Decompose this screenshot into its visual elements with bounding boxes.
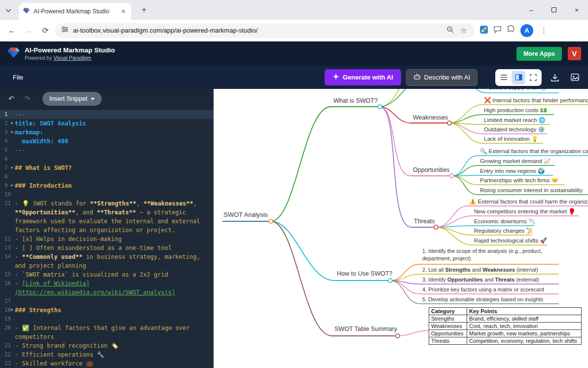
editor-lines[interactable]: 1---2title: SWOT Analysis3markmap:4 maxW…	[0, 109, 214, 368]
mindmap-node-label[interactable]: What is SWOT?	[333, 97, 378, 105]
code-text[interactable]: ### Strengths	[15, 306, 214, 315]
window-minimize-button[interactable]: –	[520, 0, 543, 20]
code-line[interactable]: 5---	[0, 146, 214, 155]
code-text[interactable]: ## What is SWOT?	[15, 164, 214, 172]
mindmap-node-label[interactable]: Opportunities	[413, 166, 449, 174]
zoom-indicator-icon[interactable]	[446, 26, 454, 36]
mindmap-node-label[interactable]: ⚠️ External factors that could harm the …	[469, 198, 588, 205]
code-text[interactable]: - 💡 SWOT stands for **Strengths**, **Wea…	[15, 199, 214, 235]
code-text[interactable]: - `SWOT matrix` is visualized as a 2x2 g…	[15, 270, 214, 279]
code-line[interactable]: 19	[0, 315, 214, 324]
code-line[interactable]: 6	[0, 155, 214, 164]
node-toggle-circle[interactable]	[434, 225, 438, 229]
code-line[interactable]: 18### Strengths	[0, 306, 214, 315]
mindmap-node-label[interactable]: How to Use SWOT?	[337, 270, 393, 278]
profile-avatar[interactable]: A	[520, 24, 533, 37]
node-toggle-circle[interactable]	[396, 334, 400, 338]
mindmap-node-label[interactable]: 🔍 External factors that the organization…	[480, 148, 588, 155]
insert-snippet-button[interactable]: Insert Snippet	[42, 92, 102, 106]
code-text[interactable]: maxWidth: 400	[15, 137, 214, 146]
code-text[interactable]: ### Introduction	[15, 181, 214, 190]
browser-menu-icon[interactable]: ⋮	[538, 26, 550, 35]
mindmap-node-label[interactable]: Limited market reach 🌐	[484, 117, 546, 124]
code-line[interactable]: 13- [ ] Often misunderstood as a one-tim…	[0, 244, 214, 252]
code-text[interactable]: ---	[15, 146, 214, 155]
mindmap-node-label[interactable]: Weaknesses	[413, 114, 448, 122]
mindmap-node-label[interactable]: Outdated technology ⚙️	[484, 126, 545, 133]
code-text[interactable]: - Strong brand recognition 🏷️	[15, 341, 214, 350]
code-line[interactable]: 14- **Commonly used** in business strate…	[0, 252, 214, 270]
code-line[interactable]: 7## What is SWOT?	[0, 164, 214, 172]
code-line[interactable]: 11- 💡 SWOT stands for **Strengths**, **W…	[0, 199, 214, 235]
code-text[interactable]	[15, 190, 214, 199]
code-line[interactable]: 10	[0, 190, 214, 199]
file-menu-button[interactable]: File	[7, 70, 29, 85]
mindmap-node-label[interactable]: 4. Prioritize key factors using a matrix…	[422, 286, 544, 293]
mindmap-node-label[interactable]: Regulatory changes 📜	[474, 227, 533, 235]
mindmap-canvas[interactable]: SWOT AnalysisWhat is SWOT?How to Use SWO…	[214, 89, 588, 368]
code-text[interactable]	[15, 315, 214, 324]
mindmap-node-label[interactable]: Entry into new regions 🌍	[480, 167, 545, 175]
code-text[interactable]: - Efficient operations 🔧	[15, 350, 214, 359]
node-toggle-circle[interactable]	[378, 105, 382, 109]
code-text[interactable]	[15, 155, 214, 164]
code-text[interactable]: - [Link of Wikipedia](https://en.wikiped…	[15, 279, 214, 297]
fullscreen-view-button[interactable]	[526, 71, 540, 84]
describe-with-ai-button[interactable]: Describe with AI	[406, 69, 478, 86]
code-line[interactable]: 15- `SWOT matrix` is visualized as a 2x2…	[0, 270, 214, 279]
mindmap-node-label[interactable]: Growing market demand 📈	[480, 158, 551, 165]
download-button[interactable]	[549, 71, 561, 84]
code-text[interactable]: ---	[15, 110, 214, 119]
mindmap-node-label[interactable]: SWOT Analysis	[223, 211, 268, 218]
code-line[interactable]: 21- Strong brand recognition 🏷️	[0, 341, 214, 350]
code-text[interactable]	[15, 297, 214, 306]
undo-button[interactable]: ↶	[5, 92, 18, 105]
editor-only-view-button[interactable]	[497, 71, 511, 84]
browser-tab[interactable]: AI-Powered Markmap Studio ×	[19, 3, 131, 20]
window-close-button[interactable]: ×	[565, 0, 588, 20]
url-bar[interactable]: ai-toolbox.visual-paradigm.com/app/ai-po…	[55, 23, 475, 38]
split-view-button[interactable]	[512, 71, 525, 84]
mindmap-node-label[interactable]: High production costs 💵	[484, 107, 547, 114]
code-line[interactable]: 3markmap:	[0, 128, 214, 137]
mindmap-node-label[interactable]: Rapid technological shifts 🚀	[474, 237, 547, 245]
code-text[interactable]	[15, 172, 214, 181]
code-line[interactable]: 22- Efficient operations 🔧	[0, 350, 214, 359]
extensions-puzzle-icon[interactable]	[507, 25, 515, 36]
url-text[interactable]: ai-toolbox.visual-paradigm.com/app/ai-po…	[73, 27, 442, 34]
export-image-button[interactable]	[568, 71, 581, 84]
extension-colored-icon[interactable]	[479, 25, 488, 36]
code-line[interactable]: 9### Introduction	[0, 181, 214, 190]
site-settings-icon[interactable]	[61, 26, 69, 35]
window-maximize-button[interactable]	[543, 0, 565, 20]
visual-paradigm-link[interactable]: Visual Paradigm	[53, 55, 91, 61]
reload-button[interactable]: ⟳	[38, 24, 52, 38]
chat-bubble-icon[interactable]	[493, 25, 502, 36]
code-line[interactable]: 12- [x] Helps in decision-making	[0, 235, 214, 244]
mindmap-node-label[interactable]: ❌ Internal factors that hinder performan…	[484, 97, 588, 104]
code-line[interactable]: 17	[0, 297, 214, 306]
node-toggle-circle[interactable]	[447, 121, 451, 125]
new-tab-button[interactable]: +	[138, 4, 150, 16]
bookmark-star-icon[interactable]: ☆	[459, 26, 469, 36]
node-toggle-circle[interactable]	[388, 279, 392, 283]
mindmap-node-label[interactable]: 5. Develop actionable strategies based o…	[422, 296, 543, 303]
code-line[interactable]: 4 maxWidth: 400	[0, 137, 214, 146]
mindmap-node-label[interactable]: Rising consumer interest in sustainabili…	[480, 187, 583, 194]
code-line[interactable]: 20- ✅ Internal factors that give an adva…	[0, 324, 214, 341]
code-text[interactable]: - [ ] Often misunderstood as a one-time …	[15, 244, 214, 252]
code-text[interactable]: - **Commonly used** in business strategy…	[15, 252, 214, 270]
tab-close-icon[interactable]: ×	[119, 7, 127, 15]
code-line[interactable]: 23- Skilled workforce 💼	[0, 359, 214, 368]
redo-button[interactable]: ↷	[21, 92, 34, 105]
mindmap-node-label[interactable]: Threats	[414, 218, 435, 225]
code-line[interactable]: 1---	[0, 110, 214, 119]
code-text[interactable]: - ✅ Internal factors that give an advant…	[15, 324, 214, 341]
code-text[interactable]: title: SWOT Analysis	[15, 119, 214, 128]
mindmap-node-label[interactable]: Partnerships with tech firms 🤝	[480, 177, 558, 184]
more-apps-button[interactable]: More Apps	[516, 47, 562, 61]
code-text[interactable]: markmap:	[15, 128, 214, 137]
code-line[interactable]: 2title: SWOT Analysis	[0, 119, 214, 128]
tab-search-icon[interactable]	[4, 6, 13, 15]
mindmap-node-label[interactable]: SWOT Table Summary	[334, 326, 397, 333]
